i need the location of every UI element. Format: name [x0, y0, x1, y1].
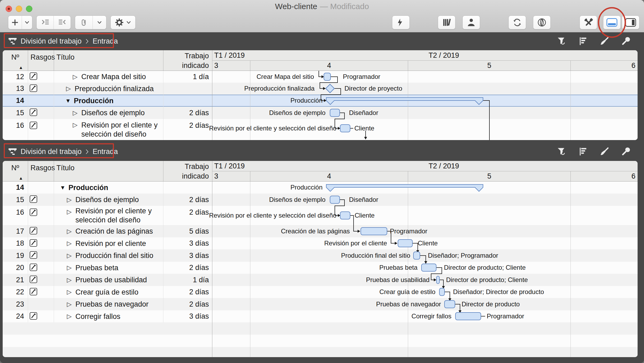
- row-number: 20: [3, 262, 24, 274]
- column-header-trabajo[interactable]: Trabajoindicado: [163, 50, 212, 71]
- outdent-button[interactable]: [53, 16, 71, 29]
- view-options-button[interactable]: [620, 35, 632, 47]
- expand-disclosure-triangle[interactable]: ▷: [67, 298, 72, 310]
- table-header: Nº▲RasgosTítuloTrabajoindicadoT1 / 2019T…: [3, 161, 638, 182]
- task-row-12[interactable]: 12▷Crear Mapa del sitio1 día: [3, 71, 638, 83]
- style-button[interactable]: [598, 35, 611, 47]
- column-header-num[interactable]: Nº▲: [3, 50, 28, 71]
- note-icon[interactable]: [29, 274, 37, 286]
- header-divider: [163, 161, 163, 181]
- breadcrumb-item-label: Entrada: [93, 37, 118, 45]
- task-row-13[interactable]: 13▷Preproducción finalizada: [3, 83, 638, 95]
- note-icon[interactable]: [29, 249, 37, 262]
- task-title-line: selección del diseño: [75, 215, 152, 225]
- column-header-num[interactable]: Nº▲: [3, 161, 28, 182]
- expand-disclosure-triangle[interactable]: ▷: [67, 274, 72, 286]
- timeline-week-3: 3: [212, 60, 250, 71]
- week-label: 3: [214, 61, 218, 70]
- expand-disclosure-triangle[interactable]: ▷: [67, 225, 72, 237]
- task-row-19[interactable]: 19▷Producción final del sitio3 días: [3, 249, 638, 262]
- task-row-14[interactable]: 14▼Producción: [3, 95, 638, 107]
- publish-network-button[interactable]: [533, 16, 550, 29]
- expand-disclosure-triangle[interactable]: ▷: [67, 249, 72, 262]
- note-icon[interactable]: [29, 206, 37, 227]
- task-row-14[interactable]: 14▼Producción: [3, 182, 638, 194]
- inspector-toggle-button[interactable]: [622, 16, 639, 29]
- column-header-rasgos[interactable]: Rasgos: [28, 50, 54, 71]
- sync-button[interactable]: [509, 16, 526, 29]
- note-icon[interactable]: [29, 262, 37, 274]
- style-button[interactable]: [598, 145, 611, 158]
- filter-button[interactable]: [555, 35, 568, 47]
- task-row-23[interactable]: 23▷Pruebas de navegador2 días: [3, 298, 638, 310]
- work-value: 2 días: [163, 119, 209, 140]
- column-header-rasgos[interactable]: Rasgos: [28, 161, 54, 182]
- task-row-21[interactable]: 21▷Pruebas de usabilidad1 día: [3, 274, 638, 286]
- window-title: Web-cliente— Modificado: [0, 0, 644, 12]
- task-title: Revisión por el cliente yselección del d…: [81, 119, 158, 140]
- timeline-week-5: 5: [408, 171, 570, 182]
- outdent-icon: [57, 17, 68, 28]
- resource-assignments-button[interactable]: [463, 16, 480, 29]
- note-icon[interactable]: [29, 286, 37, 298]
- view-breadcrumb[interactable]: División del trabajoEntrada: [8, 32, 118, 50]
- add-item-button[interactable]: [8, 16, 22, 29]
- task-title-line: Pruebas beta: [75, 263, 118, 272]
- attachment-menu-button[interactable]: [93, 16, 106, 29]
- expand-disclosure-triangle[interactable]: ▷: [66, 83, 71, 95]
- collapse-disclosure-triangle[interactable]: ▼: [60, 182, 66, 194]
- expand-disclosure-triangle[interactable]: ▷: [67, 237, 72, 249]
- actions-menu-button[interactable]: [111, 16, 135, 29]
- indent-button[interactable]: [37, 16, 53, 29]
- filter-button[interactable]: [555, 145, 568, 158]
- header-divider: [54, 161, 54, 181]
- task-row-20[interactable]: 20▷Pruebas beta2 días: [3, 262, 638, 274]
- note-icon[interactable]: [29, 119, 37, 140]
- expand-disclosure-triangle[interactable]: ▷: [73, 119, 78, 140]
- column-header-titulo[interactable]: Título: [54, 161, 163, 182]
- expand-disclosure-triangle[interactable]: ▷: [67, 262, 72, 274]
- quarter-label: T2 / 2019: [428, 162, 459, 170]
- expand-disclosure-triangle[interactable]: ▷: [67, 310, 72, 322]
- column-header-titulo[interactable]: Título: [54, 50, 163, 71]
- note-icon[interactable]: [29, 71, 37, 83]
- note-icon[interactable]: [29, 310, 37, 322]
- week-label: 6: [631, 172, 635, 180]
- wrench-icon: [620, 36, 631, 47]
- note-icon[interactable]: [29, 225, 37, 237]
- task-row-15[interactable]: 15▷Diseños de ejemplo2 días: [3, 107, 638, 119]
- resource-library-button[interactable]: [438, 16, 455, 29]
- view-breadcrumb[interactable]: División del trabajoEntrada: [8, 142, 118, 161]
- task-row-16[interactable]: 16▷Revisión por el cliente yselección de…: [3, 119, 638, 140]
- work-value: 2 días: [163, 286, 209, 298]
- catch-up-button[interactable]: [392, 16, 409, 29]
- timeline-quarter-T12019: T1 / 2019: [212, 161, 252, 171]
- work-value: 3 días: [163, 310, 209, 322]
- bottom-editor-toggle-button[interactable]: [603, 16, 620, 29]
- expand-disclosure-triangle[interactable]: ▷: [67, 286, 72, 298]
- column-header-trabajo[interactable]: Trabajoindicado: [163, 161, 212, 182]
- outline-options-button[interactable]: [577, 145, 589, 158]
- collapse-disclosure-triangle[interactable]: ▼: [65, 95, 71, 107]
- outline-options-button[interactable]: [577, 35, 589, 47]
- expand-disclosure-triangle[interactable]: ▷: [73, 71, 78, 83]
- expand-disclosure-triangle[interactable]: ▷: [67, 206, 72, 227]
- task-row-22[interactable]: 22▷Crear guía de estilo2 días: [3, 286, 638, 298]
- customize-button[interactable]: [580, 16, 597, 29]
- work-value: 2 días: [163, 262, 209, 274]
- task-row-17[interactable]: 17▷Creación de las páginas5 días: [3, 225, 638, 237]
- note-icon[interactable]: [29, 107, 37, 119]
- add-item-menu-button[interactable]: [22, 16, 32, 29]
- note-icon[interactable]: [29, 83, 37, 95]
- task-row-24[interactable]: 24▷Corregir fallos3 días: [3, 310, 638, 322]
- note-icon[interactable]: [29, 194, 37, 206]
- breadcrumb-separator-icon: [85, 38, 89, 44]
- task-row-15[interactable]: 15▷Diseños de ejemplo2 días: [3, 194, 638, 206]
- task-row-16[interactable]: 16▷Revisión por el cliente yselección de…: [3, 206, 638, 225]
- expand-disclosure-triangle[interactable]: ▷: [67, 194, 72, 206]
- attachment-button[interactable]: [75, 16, 93, 29]
- note-icon[interactable]: [29, 237, 37, 249]
- expand-disclosure-triangle[interactable]: ▷: [73, 107, 78, 119]
- view-options-button[interactable]: [620, 145, 632, 158]
- task-row-18[interactable]: 18▷Revisión por el cliente3 días: [3, 237, 638, 249]
